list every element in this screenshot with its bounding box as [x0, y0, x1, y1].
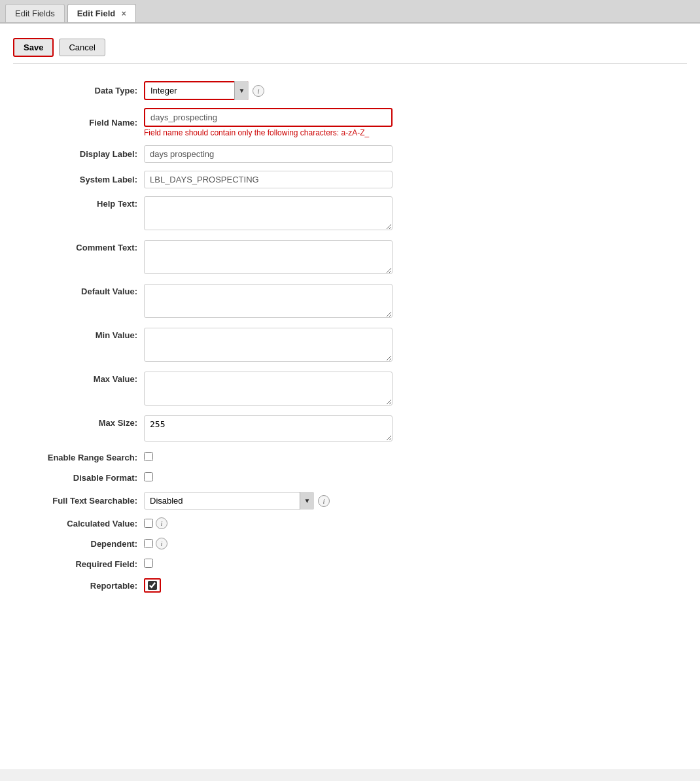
dependent-info-icon[interactable]: i	[156, 538, 167, 549]
calculated-value-row: Calculated Value: i	[13, 513, 687, 534]
disable-format-field	[144, 468, 687, 488]
default-value-label: Default Value:	[13, 280, 144, 324]
max-value-input[interactable]	[144, 372, 393, 406]
default-value-row: Default Value:	[13, 280, 687, 324]
reportable-row: Reportable:	[13, 574, 687, 597]
max-value-field	[144, 368, 687, 411]
data-type-select[interactable]: Integer String Boolean Float Date DateTi…	[144, 81, 249, 100]
full-text-searchable-info-icon[interactable]: i	[318, 495, 330, 507]
full-text-searchable-select[interactable]: Disabled Enabled	[144, 492, 314, 510]
disable-format-row: Disable Format:	[13, 468, 687, 488]
help-text-input[interactable]	[144, 196, 393, 230]
calculated-value-field: i	[144, 513, 687, 534]
content-area: Save Cancel Data Type: Integer String Bo…	[0, 24, 700, 769]
min-value-field	[144, 324, 687, 368]
data-type-field: Integer String Boolean Float Date DateTi…	[144, 77, 687, 104]
max-size-field: 255	[144, 411, 687, 447]
comment-text-label: Comment Text:	[13, 236, 144, 280]
min-value-row: Min Value:	[13, 324, 687, 368]
field-name-row: Field Name: Field name should contain on…	[13, 104, 687, 141]
data-type-row: Data Type: Integer String Boolean Float …	[13, 77, 687, 104]
display-label-label: Display Label:	[13, 141, 144, 167]
data-type-info-icon[interactable]: i	[253, 85, 264, 97]
system-label-input[interactable]	[144, 171, 393, 188]
toolbar: Save Cancel	[13, 33, 687, 64]
enable-range-search-label: Enable Range Search:	[13, 447, 144, 468]
required-field-row: Required Field:	[13, 554, 687, 574]
tab-edit-fields-label: Edit Fields	[15, 9, 55, 18]
disable-format-label: Disable Format:	[13, 468, 144, 488]
calculated-value-wrap: i	[144, 517, 167, 529]
comment-text-row: Comment Text:	[13, 236, 687, 280]
cancel-button[interactable]: Cancel	[59, 39, 105, 56]
edit-field-form: Data Type: Integer String Boolean Float …	[13, 77, 687, 597]
tab-edit-field-close[interactable]: ×	[122, 9, 126, 18]
comment-text-input[interactable]	[144, 240, 393, 274]
data-type-select-container: Integer String Boolean Float Date DateTi…	[144, 81, 249, 100]
save-button[interactable]: Save	[13, 38, 54, 57]
calculated-value-label: Calculated Value:	[13, 513, 144, 534]
enable-range-search-field	[144, 447, 687, 468]
calculated-value-checkbox[interactable]	[144, 519, 153, 528]
field-name-input[interactable]	[144, 108, 393, 127]
tabs-bar: Edit Fields Edit Field ×	[0, 0, 700, 24]
max-size-label: Max Size:	[13, 411, 144, 447]
enable-range-search-checkbox[interactable]	[144, 452, 153, 461]
help-text-row: Help Text:	[13, 192, 687, 236]
field-name-label: Field Name:	[13, 104, 144, 141]
calculated-value-info-icon[interactable]: i	[156, 517, 167, 529]
min-value-label: Min Value:	[13, 324, 144, 368]
full-text-searchable-select-container: Disabled Enabled ▼	[144, 492, 314, 510]
help-text-field	[144, 192, 687, 236]
help-text-label: Help Text:	[13, 192, 144, 236]
required-field-label: Required Field:	[13, 554, 144, 574]
full-text-searchable-row: Full Text Searchable: Disabled Enabled ▼	[13, 488, 687, 513]
reportable-field	[144, 574, 687, 597]
dependent-label: Dependent:	[13, 534, 144, 554]
dependent-checkbox[interactable]	[144, 539, 153, 548]
dependent-field: i	[144, 534, 687, 554]
system-label-row: System Label:	[13, 167, 687, 192]
default-value-field	[144, 280, 687, 324]
field-name-field: Field name should contain only the follo…	[144, 104, 687, 141]
display-label-input[interactable]	[144, 145, 393, 163]
system-label-field	[144, 167, 687, 192]
tab-edit-field-label: Edit Field	[77, 9, 116, 18]
dependent-wrap: i	[144, 538, 167, 549]
max-size-input[interactable]: 255	[144, 415, 393, 442]
tab-edit-field[interactable]: Edit Field ×	[67, 4, 136, 22]
full-text-searchable-wrap: Disabled Enabled ▼ i	[144, 492, 330, 510]
reportable-label: Reportable:	[13, 574, 144, 597]
default-value-input[interactable]	[144, 284, 393, 318]
min-value-input[interactable]	[144, 328, 393, 362]
required-field-checkbox[interactable]	[144, 559, 153, 568]
max-value-label: Max Value:	[13, 368, 144, 411]
system-label-label: System Label:	[13, 167, 144, 192]
field-name-error: Field name should contain only the follo…	[144, 128, 687, 137]
enable-range-search-row: Enable Range Search:	[13, 447, 687, 468]
dependent-row: Dependent: i	[13, 534, 687, 554]
data-type-select-wrap: Integer String Boolean Float Date DateTi…	[144, 81, 264, 100]
data-type-label: Data Type:	[13, 77, 144, 104]
disable-format-checkbox[interactable]	[144, 472, 153, 481]
reportable-checkbox[interactable]	[148, 581, 157, 590]
display-label-field	[144, 141, 687, 167]
tab-edit-fields[interactable]: Edit Fields	[5, 4, 65, 22]
full-text-searchable-field: Disabled Enabled ▼ i	[144, 488, 687, 513]
reportable-wrap	[144, 578, 161, 593]
required-field-field	[144, 554, 687, 574]
display-label-row: Display Label:	[13, 141, 687, 167]
max-size-row: Max Size: 255	[13, 411, 687, 447]
full-text-searchable-label: Full Text Searchable:	[13, 488, 144, 513]
comment-text-field	[144, 236, 687, 280]
max-value-row: Max Value:	[13, 368, 687, 411]
